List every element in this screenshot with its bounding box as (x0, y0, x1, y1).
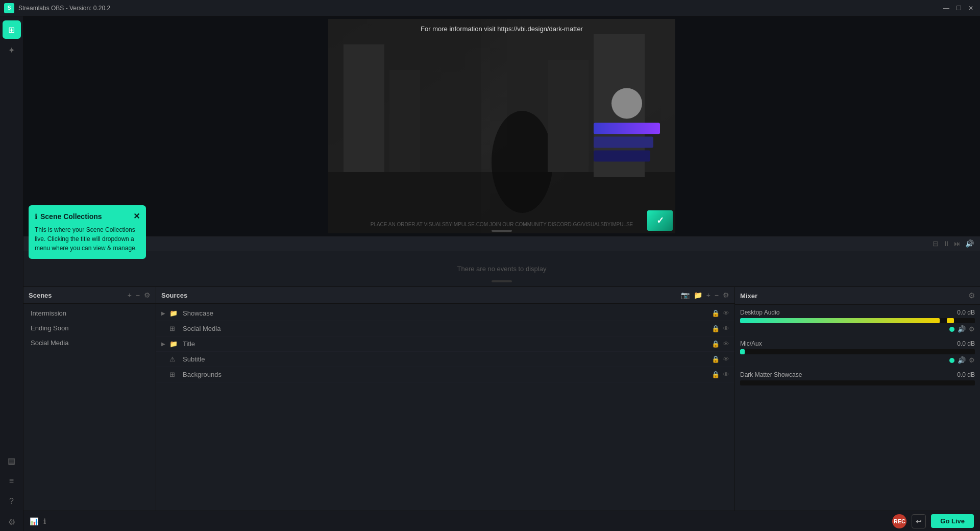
source-folder-icon-title: 📁 (169, 340, 180, 348)
game-scene: ✓ PLACE AN ORDER AT VISUALSBYIMPULSE.COM… (328, 19, 675, 233)
scenes-add-icon[interactable]: + (128, 291, 132, 299)
source-item-subtitle[interactable]: ⚠ Subtitle 🔒 👁 (156, 352, 734, 367)
sources-add-icon[interactable]: + (706, 291, 710, 299)
mic-aux-bar (740, 349, 975, 354)
source-lock-icon-title[interactable]: 🔒 (712, 340, 720, 348)
source-name-backgrounds: Backgrounds (183, 371, 712, 378)
overlay-card (594, 88, 660, 164)
feed-filter-icon[interactable]: ⊟ (933, 239, 939, 248)
close-button[interactable]: ✕ (966, 3, 976, 13)
sources-remove-icon[interactable]: − (715, 291, 719, 299)
sources-panel: Sources 📷 📁 + − ⚙ ▶ 📁 Showcase (156, 287, 735, 511)
desktop-audio-settings-icon[interactable]: ⚙ (969, 325, 975, 333)
source-actions-showcase: 🔒 👁 (712, 309, 729, 317)
desktop-audio-db: 0.0 dB (957, 309, 975, 316)
source-item-showcase[interactable]: ▶ 📁 Showcase 🔒 👁 (156, 306, 734, 321)
source-folder-icon-showcase: 📁 (169, 309, 180, 317)
source-eye-icon-showcase[interactable]: 👁 (723, 309, 729, 317)
sidebar-item-help[interactable]: ? (3, 492, 21, 511)
sidebar-item-equalizer[interactable]: ≡ (3, 472, 21, 490)
tooltip-close-button[interactable]: ✕ (133, 211, 140, 221)
scene-item-social-media[interactable]: Social Media (23, 335, 156, 350)
scenes-list: Intermission Ending Soon Social Media (23, 304, 156, 511)
source-eye-icon-backgrounds[interactable]: 👁 (723, 371, 729, 378)
mini-feed-panel: Mini Feed ⊟ ⏸ ⏭ 🔊 There are no events to… (23, 236, 980, 287)
main-content: For more information visit https://vbi.d… (23, 16, 980, 531)
source-lock-icon-social-media[interactable]: 🔒 (712, 325, 720, 332)
preview-drag-handle[interactable] (492, 230, 512, 232)
source-item-title[interactable]: ▶ 📁 Title 🔒 👁 (156, 336, 734, 352)
tooltip-header: ℹ Scene Collections ✕ (35, 211, 140, 221)
restore-button[interactable]: ↩ (912, 514, 926, 528)
tooltip-info-icon: ℹ (35, 212, 37, 221)
footer-stats-icon[interactable]: 📊 (30, 517, 38, 525)
source-eye-icon-subtitle[interactable]: 👁 (723, 355, 729, 363)
desktop-audio-controls: 🔊 ⚙ (740, 325, 975, 333)
scenes-settings-icon[interactable]: ⚙ (144, 291, 151, 299)
sidebar-item-themes[interactable]: ✦ (3, 41, 21, 59)
titlebar: S Streamlabs OBS - Version: 0.20.2 — ☐ ✕ (0, 0, 980, 16)
scene-item-ending-soon[interactable]: Ending Soon (23, 321, 156, 335)
scenes-controls: + − ⚙ (128, 291, 151, 299)
minimize-button[interactable]: — (941, 3, 951, 13)
mixer-channel-desktop-audio-header: Desktop Audio 0.0 dB (740, 309, 975, 316)
svg-point-4 (492, 111, 553, 213)
source-lock-icon-backgrounds[interactable]: 🔒 (712, 371, 720, 378)
svg-rect-5 (344, 44, 384, 172)
svg-rect-8 (548, 60, 589, 172)
corner-logo: ✓ (647, 210, 673, 231)
source-eye-icon-title[interactable]: 👁 (723, 340, 729, 348)
scene-item-intermission[interactable]: Intermission (23, 306, 156, 321)
golive-button[interactable]: Go Live (931, 514, 974, 528)
mic-aux-mute-icon[interactable]: 🔊 (958, 356, 966, 364)
sources-settings-icon[interactable]: ⚙ (723, 291, 729, 299)
source-icon-backgrounds: ⊞ (169, 371, 180, 378)
feed-volume-icon[interactable]: 🔊 (965, 239, 974, 248)
mixer-settings-icon[interactable]: ⚙ (968, 291, 975, 300)
app-container: ⊞ ✦ ▤ ≡ ? ⚙ For more information visit h… (0, 16, 980, 531)
mixer-channel-mic-aux-header: Mic/Aux 0.0 dB (740, 340, 975, 347)
source-icon-social-media: ⊞ (169, 325, 180, 332)
scenes-title: Scenes (29, 292, 52, 299)
footer-info-icon[interactable]: ℹ (43, 517, 46, 525)
feed-drag-handle[interactable] (492, 280, 512, 282)
sidebar-item-settings[interactable]: ⚙ (3, 513, 21, 531)
mixer-title: Mixer (740, 292, 757, 300)
tooltip-title: Scene Collections (40, 212, 102, 221)
preview-bottom-text: PLACE AN ORDER AT VISUALSBYIMPULSE.COM J… (328, 222, 675, 227)
scenes-remove-icon[interactable]: − (136, 291, 140, 299)
desktop-audio-mute-icon[interactable]: 🔊 (958, 325, 966, 333)
app-title: Streamlabs OBS - Version: 0.20.2 (18, 5, 110, 12)
mixer-panel: Mixer ⚙ Desktop Audio 0.0 dB (735, 287, 980, 511)
app-logo: S (4, 3, 14, 13)
maximize-button[interactable]: ☐ (953, 3, 964, 13)
source-name-subtitle: Subtitle (183, 355, 712, 363)
rec-button[interactable]: REC (892, 514, 906, 528)
sidebar-item-scenes[interactable]: ▤ (3, 451, 21, 470)
card-bar-stat2 (594, 151, 650, 162)
source-item-social-media[interactable]: ⊞ Social Media 🔒 👁 (156, 321, 734, 336)
source-name-showcase: Showcase (183, 309, 712, 317)
sources-camera-icon[interactable]: 📷 (681, 291, 690, 299)
mixer-channel-dark-matter: Dark Matter Showcase 0.0 dB (740, 371, 975, 385)
sidebar-item-home[interactable]: ⊞ (3, 20, 21, 39)
source-actions-backgrounds: 🔒 👁 (712, 371, 729, 378)
titlebar-left: S Streamlabs OBS - Version: 0.20.2 (4, 3, 110, 13)
feed-pause-icon[interactable]: ⏸ (943, 239, 950, 248)
sources-list: ▶ 📁 Showcase 🔒 👁 ⊞ Social Media (156, 304, 734, 511)
source-lock-icon-showcase[interactable]: 🔒 (712, 309, 720, 317)
source-eye-icon-social-media[interactable]: 👁 (723, 325, 729, 332)
dark-matter-bar (740, 380, 975, 385)
tooltip-body: This is where your Scene Collections liv… (35, 225, 140, 253)
source-lock-icon-subtitle[interactable]: 🔒 (712, 355, 720, 363)
desktop-audio-bar (740, 318, 975, 323)
scene-collections-tooltip: ℹ Scene Collections ✕ This is where your… (29, 205, 146, 259)
source-icon-subtitle: ⚠ (169, 355, 180, 363)
restore-icon: ↩ (916, 517, 922, 525)
titlebar-controls: — ☐ ✕ (941, 3, 976, 13)
desktop-audio-bar-peak (947, 318, 954, 323)
feed-skip-icon[interactable]: ⏭ (954, 239, 961, 248)
sources-folder-icon[interactable]: 📁 (694, 291, 702, 299)
mic-aux-settings-icon[interactable]: ⚙ (969, 356, 975, 364)
source-item-backgrounds[interactable]: ⊞ Backgrounds 🔒 👁 (156, 367, 734, 382)
